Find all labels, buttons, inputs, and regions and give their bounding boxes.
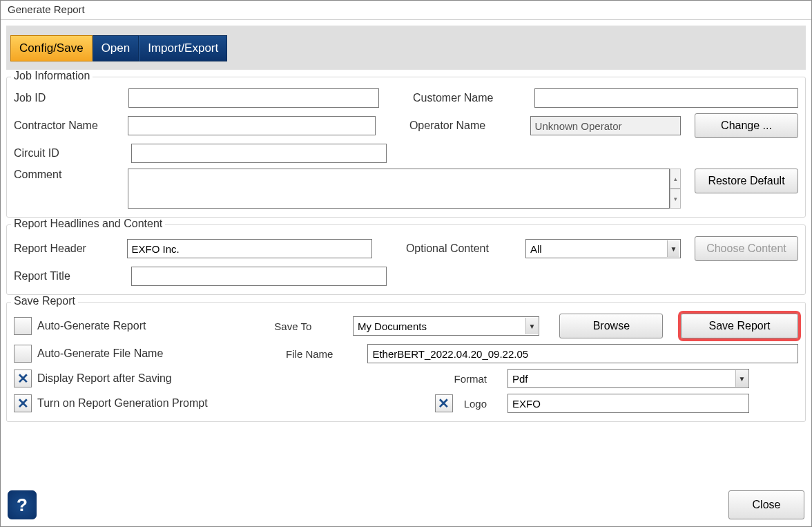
window-title: Generate Report <box>1 1 811 19</box>
logo-label: Logo <box>464 398 487 410</box>
job-id-input[interactable] <box>128 88 378 108</box>
save-to-label: Save To <box>274 320 346 332</box>
operator-name-value: Unknown Operator <box>530 116 681 135</box>
restore-default-button[interactable]: Restore Default <box>695 169 798 193</box>
job-information-group: Job Information Job ID Customer Name Con… <box>6 77 806 218</box>
browse-button[interactable]: Browse <box>559 314 663 338</box>
save-to-select[interactable] <box>353 316 539 336</box>
change-operator-button[interactable]: Change ... <box>695 113 798 138</box>
comment-textarea[interactable] <box>128 169 670 209</box>
report-header-input[interactable] <box>127 239 373 258</box>
file-name-label: File Name <box>286 348 360 360</box>
generate-report-window: Generate Report Config/Save Open Import/… <box>0 0 812 527</box>
tab-bar: Config/Save Open Import/Export <box>6 26 806 70</box>
circuit-id-label: Circuit ID <box>14 147 124 160</box>
customer-name-label: Customer Name <box>413 92 528 104</box>
auto-generate-filename-checkbox[interactable] <box>14 345 32 363</box>
report-title-input[interactable] <box>131 267 387 286</box>
report-generation-prompt-checkbox[interactable]: ✕ <box>14 394 32 412</box>
report-generation-prompt-label: Turn on Report Generation Prompt <box>37 397 208 410</box>
tab-config-save[interactable]: Config/Save <box>10 35 93 61</box>
help-button[interactable]: ? <box>8 490 37 519</box>
customer-name-input[interactable] <box>534 88 798 108</box>
format-label: Format <box>373 373 501 385</box>
job-information-legend: Job Information <box>11 70 93 82</box>
operator-name-label: Operator Name <box>409 119 523 132</box>
question-mark-icon: ? <box>17 495 28 516</box>
report-header-label: Report Header <box>14 242 120 255</box>
report-headlines-legend: Report Headlines and Content <box>11 218 165 230</box>
file-name-input[interactable] <box>367 344 798 363</box>
auto-generate-report-checkbox[interactable] <box>14 317 32 335</box>
save-report-button[interactable]: Save Report <box>681 314 798 338</box>
circuit-id-input[interactable] <box>131 144 387 163</box>
x-mark-icon: ✕ <box>438 396 450 410</box>
comment-label: Comment <box>14 169 121 181</box>
report-headlines-group: Report Headlines and Content Report Head… <box>6 224 806 295</box>
spin-down-icon[interactable]: ▾ <box>670 189 681 209</box>
display-after-saving-checkbox[interactable]: ✕ <box>14 370 32 387</box>
display-after-saving-label: Display Report after Saving <box>37 372 172 385</box>
optional-content-label: Optional Content <box>406 242 519 255</box>
format-select[interactable] <box>508 369 749 388</box>
logo-input[interactable] <box>508 394 749 413</box>
choose-content-button[interactable]: Choose Content <box>695 236 798 261</box>
contractor-name-label: Contractor Name <box>14 119 121 132</box>
close-button[interactable]: Close <box>728 490 804 519</box>
auto-generate-filename-label: Auto-Generate File Name <box>37 347 163 360</box>
window-body: Config/Save Open Import/Export Job Infor… <box>1 19 811 482</box>
tab-import-export[interactable]: Import/Export <box>139 35 227 61</box>
optional-content-select[interactable] <box>525 239 681 258</box>
spin-up-icon[interactable]: ▴ <box>670 169 681 189</box>
job-id-label: Job ID <box>14 92 122 104</box>
auto-generate-report-label: Auto-Generate Report <box>37 320 146 332</box>
report-title-label: Report Title <box>14 270 124 282</box>
logo-checkbox[interactable]: ✕ <box>435 394 453 412</box>
tab-open[interactable]: Open <box>93 35 139 61</box>
save-report-legend: Save Report <box>11 295 78 307</box>
x-mark-icon: ✕ <box>17 396 29 410</box>
comment-spin[interactable]: ▴ ▾ <box>670 169 681 209</box>
footer: ? Close <box>1 482 811 526</box>
x-mark-icon: ✕ <box>17 372 29 385</box>
save-report-group: Save Report Auto-Generate Report Save To… <box>6 302 806 422</box>
contractor-name-input[interactable] <box>128 116 376 135</box>
